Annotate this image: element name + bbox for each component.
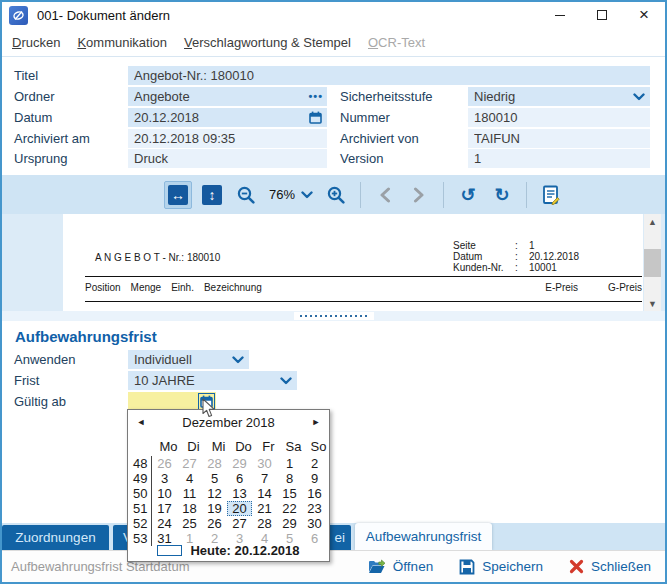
calendar-day[interactable]: 30 [302,516,327,531]
calendar-day[interactable]: 12 [202,486,227,501]
calendar-next-month-button[interactable]: ► [303,417,329,427]
fit-width-button[interactable]: ↔ [164,181,192,209]
close-icon: × [639,10,649,20]
fit-height-button[interactable]: ↕ [198,181,226,209]
menu-item-kommunikation[interactable]: Kommunikation [75,32,169,53]
calendar-day[interactable]: 19 [202,501,227,516]
rotate-right-button[interactable]: ↻ [488,181,516,209]
calendar-day[interactable]: 22 [277,501,302,516]
scroll-down-icon[interactable]: ▼ [644,296,661,311]
gueltig-ab-calendar-button[interactable] [198,393,215,410]
calendar-day[interactable]: 26 [202,516,227,531]
calendar-day[interactable]: 24 [152,516,177,531]
calendar-day-selected[interactable]: 20 [227,501,252,516]
calendar-week-number: 52 [133,516,152,531]
calendar-day[interactable]: 11 [177,486,202,501]
frist-select[interactable]: 10 JAHRE [128,371,297,390]
calendar-day[interactable]: 5 [202,471,227,486]
calendar-day[interactable]: 30 [252,456,277,471]
open-folder-icon [368,559,386,575]
rotate-left-button[interactable]: ↺ [454,181,482,209]
anwenden-select[interactable]: Individuell [128,350,249,369]
calendar-day[interactable]: 29 [277,516,302,531]
calendar-day[interactable]: 26 [152,456,177,471]
scrollbar-thumb[interactable] [644,249,661,277]
next-page-button[interactable] [405,181,433,209]
ocr-document-button[interactable] [537,181,565,209]
calendar-day[interactable]: 15 [277,486,302,501]
calendar-day[interactable]: 27 [177,456,202,471]
calendar-day[interactable]: 27 [227,516,252,531]
calendar-day[interactable]: 21 [252,501,277,516]
menu-item-verschlagwortung-stempel[interactable]: Verschlagwortung & Stempel [182,32,353,53]
save-disk-icon [459,559,475,575]
chevron-down-icon[interactable] [232,356,244,364]
close-dialog-button[interactable]: Schließen [569,559,651,574]
zoom-in-button[interactable] [322,181,350,209]
zoom-level-dropdown[interactable]: 76% [269,187,313,202]
splitter-grip[interactable] [294,312,374,320]
calendar-weekday-row: MoDiMiDoFrSaSo [133,439,331,454]
close-button[interactable]: × [623,2,665,28]
calendar-day[interactable]: 6 [227,471,252,486]
calendar-day[interactable]: 25 [177,516,202,531]
sicherheitsstufe-select[interactable]: Niedrig [468,87,650,106]
calendar-day[interactable]: 17 [152,501,177,516]
window-title: 001- Dokument ändern [37,8,170,23]
previous-page-button[interactable] [371,181,399,209]
preview-scrollbar[interactable]: ▲ ▼ [644,214,661,311]
ursprung-field: Druck [128,149,327,168]
calendar-prev-month-button[interactable]: ◄ [128,417,154,427]
tab-zuordnungen[interactable]: Zuordnungen [2,525,109,550]
ordner-field[interactable]: Angebote ••• [128,87,327,106]
nummer-field: 180010 [468,108,650,127]
zoom-out-button[interactable] [232,181,260,209]
calendar-icon[interactable] [309,111,322,124]
calendar-weekday: Fr [256,439,281,454]
titel-field[interactable]: Angebot-Nr.: 180010 [128,66,650,85]
calendar-day[interactable]: 1 [277,456,302,471]
calendar-day[interactable]: 3 [152,471,177,486]
frist-label: Frist [14,371,39,390]
calendar-day[interactable]: 16 [302,486,327,501]
calendar-day[interactable]: 28 [202,456,227,471]
calendar-day[interactable]: 23 [302,501,327,516]
scroll-up-icon[interactable]: ▲ [644,214,661,229]
save-button[interactable]: Speichern [459,559,543,575]
statusbar: Aufbewahrungsfrist Startdatum Öffnen Spe… [2,550,665,582]
calendar-popup: ◄ Dezember 2018 ► MoDiMiDoFrSaSo 4826272… [127,409,330,562]
scrollbar-track[interactable] [644,229,661,296]
calendar-day[interactable]: 10 [152,486,177,501]
calendar-footer[interactable]: Heute: 20.12.2018 [128,543,329,558]
gueltig-ab-label: Gültig ab [14,392,66,411]
tab-aufbewahrungsfrist[interactable]: Aufbewahrungsfrist [355,523,492,550]
menu-item-ocr-text[interactable]: OCR-Text [366,32,427,53]
zoom-level-value: 76% [269,187,295,202]
calendar-day[interactable]: 28 [252,516,277,531]
tabbar: Zuordnungen V ei Aufbewahrungsfrist [2,523,665,550]
maximize-button[interactable] [581,2,623,28]
calendar-day[interactable]: 8 [277,471,302,486]
calendar-day[interactable]: 29 [227,456,252,471]
calendar-weekday: Di [181,439,206,454]
document-divider [85,276,642,277]
chevron-down-icon[interactable] [280,377,292,385]
calendar-day[interactable]: 13 [227,486,252,501]
calendar-day[interactable]: 18 [177,501,202,516]
calendar-grid: 4826272829301249345678950101112131415165… [133,456,327,546]
calendar-day[interactable]: 4 [177,471,202,486]
zoom-out-icon [236,185,256,205]
calendar-day[interactable]: 2 [302,456,327,471]
document-form: Titel Angebot-Nr.: 180010 Ordner Angebot… [2,56,665,175]
ordner-browse-button[interactable]: ••• [308,87,323,106]
menu-item-drucken[interactable]: Drucken [10,32,62,53]
datum-field[interactable]: 20.12.2018 [128,108,327,127]
calendar-today-label[interactable]: Heute: 20.12.2018 [190,543,299,558]
open-button[interactable]: Öffnen [368,559,433,575]
calendar-day[interactable]: 7 [252,471,277,486]
calendar-weekday: Sa [281,439,306,454]
minimize-button[interactable] [539,2,581,28]
calendar-day[interactable]: 14 [252,486,277,501]
calendar-day[interactable]: 9 [302,471,327,486]
chevron-down-icon[interactable] [633,93,645,101]
